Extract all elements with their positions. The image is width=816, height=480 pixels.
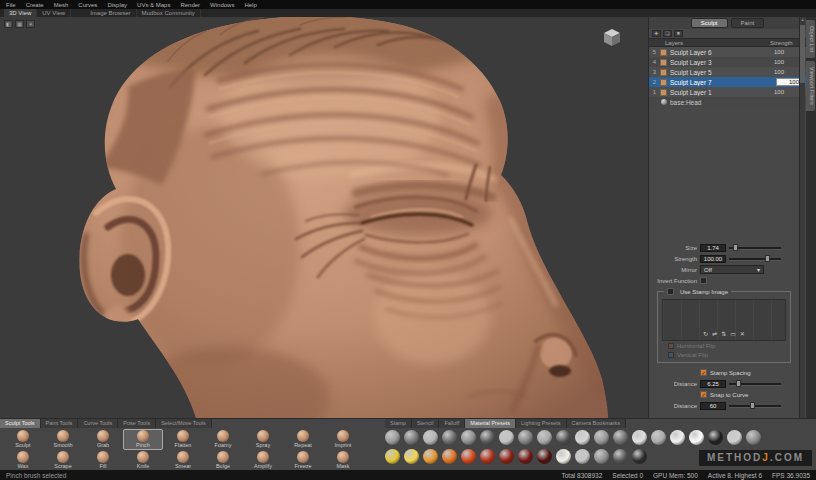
tab-stamp[interactable]: Stamp (385, 419, 412, 428)
menu-windows[interactable]: Windows (210, 2, 234, 8)
tab-select-move-tools[interactable]: Select/Move Tools (156, 419, 212, 428)
add-layer-icon[interactable]: ✚ (652, 30, 661, 37)
size-slider[interactable] (729, 243, 781, 252)
snap-distance-slider[interactable] (729, 401, 781, 410)
stamp-swatch[interactable] (746, 430, 761, 445)
side-tab-object-list[interactable]: Object List (806, 20, 815, 58)
flip-horizontal-icon[interactable]: ⇄ (712, 330, 717, 337)
stamp-swatch[interactable] (651, 430, 666, 445)
spacing-distance-field[interactable]: 6.25 (700, 380, 726, 388)
stamp-swatch[interactable] (537, 430, 552, 445)
menu-file[interactable]: File (6, 2, 16, 8)
tool-fill[interactable]: Fill (83, 450, 123, 471)
material-swatch[interactable] (556, 449, 571, 464)
tab-image-browser[interactable]: Image Browser (85, 9, 136, 17)
size-value-field[interactable]: 1.74 (700, 244, 726, 252)
flip-vertical-icon[interactable]: ⇅ (721, 330, 726, 337)
spacing-distance-slider[interactable] (729, 379, 781, 388)
tab-mudbox-community[interactable]: Mudbox Community (137, 9, 201, 17)
material-swatch[interactable] (442, 449, 457, 464)
stamp-swatch[interactable] (632, 430, 647, 445)
layer-row[interactable]: 1Sculpt Layer 1100 (649, 87, 806, 97)
tool-pinch[interactable]: Pinch (123, 429, 163, 450)
delete-layer-icon[interactable]: ✖ (674, 30, 683, 37)
use-stamp-image-checkbox[interactable] (667, 288, 674, 295)
tool-grab[interactable]: Grab (83, 429, 123, 450)
material-swatch[interactable] (385, 449, 400, 464)
view-mode-icon[interactable]: ◧ (4, 20, 13, 28)
stamp-swatch[interactable] (556, 430, 571, 445)
tab-uv-view[interactable]: UV View (37, 9, 71, 17)
material-swatch[interactable] (613, 449, 628, 464)
stamp-swatch[interactable] (613, 430, 628, 445)
layer-row[interactable]: 2Sculpt Layer 7100 (649, 77, 806, 87)
material-swatch[interactable] (404, 449, 419, 464)
scroll-up-icon[interactable]: ▲ (800, 17, 805, 22)
menu-curves[interactable]: Curves (78, 2, 97, 8)
menu-mesh[interactable]: Mesh (54, 2, 69, 8)
tab-paint-tools[interactable]: Paint Tools (41, 419, 79, 428)
duplicate-layer-icon[interactable]: ❏ (663, 30, 672, 37)
tool-sculpt[interactable]: Sculpt (3, 429, 43, 450)
stamp-swatch[interactable] (670, 430, 685, 445)
stamp-swatch[interactable] (575, 430, 590, 445)
clear-stamp-icon[interactable]: ✕ (740, 330, 745, 337)
tool-mask[interactable]: Mask (323, 450, 363, 471)
panel-scrollbar[interactable]: ▲ ▼ (799, 17, 805, 470)
tab-curve-tools[interactable]: Curve Tools (78, 419, 118, 428)
tab-3d-view[interactable]: 3D View (4, 9, 37, 17)
stamp-swatch[interactable] (727, 430, 742, 445)
tool-smooth[interactable]: Smooth (43, 429, 83, 450)
grid-icon[interactable]: ▦ (15, 20, 24, 28)
tool-imprint[interactable]: Imprint (323, 429, 363, 450)
light-icon[interactable]: ✳ (26, 20, 35, 28)
stamp-swatch[interactable] (461, 430, 476, 445)
strength-slider[interactable] (729, 254, 781, 263)
tool-knife[interactable]: Knife (123, 450, 163, 471)
stamp-swatch[interactable] (594, 430, 609, 445)
side-tab-viewport-filters[interactable]: Viewport Filters (806, 61, 815, 111)
tool-foamy[interactable]: Foamy (203, 429, 243, 450)
tool-scrape[interactable]: Scrape (43, 450, 83, 471)
stamp-swatch[interactable] (385, 430, 400, 445)
tool-freeze[interactable]: Freeze (283, 450, 323, 471)
tab-falloff[interactable]: Falloff (439, 419, 465, 428)
tab-stencil[interactable]: Stencil (412, 419, 440, 428)
strength-value-field[interactable]: 100.00 (700, 255, 726, 263)
tab-pose-tools[interactable]: Pose Tools (118, 419, 156, 428)
tool-flatten[interactable]: Flatten (163, 429, 203, 450)
material-swatch[interactable] (594, 449, 609, 464)
layer-row[interactable]: 3Sculpt Layer 5100 (649, 67, 806, 77)
stamp-spacing-checkbox[interactable]: ✓ (700, 369, 707, 376)
tool-amplify[interactable]: Amplify (243, 450, 283, 471)
stamp-swatch[interactable] (404, 430, 419, 445)
menu-display[interactable]: Display (107, 2, 127, 8)
material-swatch[interactable] (461, 449, 476, 464)
snap-distance-field[interactable]: 60 (700, 402, 726, 410)
stamp-swatch[interactable] (442, 430, 457, 445)
viewport-3d[interactable]: ◧▦✳ (0, 17, 648, 418)
tab-camera-bookmarks[interactable]: Camera Bookmarks (567, 419, 627, 428)
tool-repeat[interactable]: Repeat (283, 429, 323, 450)
layer-row[interactable]: 5Sculpt Layer 6100 (649, 47, 806, 57)
tab-sculpt-tools[interactable]: Sculpt Tools (0, 419, 41, 428)
stamp-swatch[interactable] (423, 430, 438, 445)
menu-help[interactable]: Help (244, 2, 256, 8)
menu-uvs-maps[interactable]: UVs & Maps (137, 2, 170, 8)
tool-bulge[interactable]: Bulge (203, 450, 243, 471)
material-swatch[interactable] (537, 449, 552, 464)
navigation-cube[interactable] (600, 25, 624, 49)
tab-paint[interactable]: Paint (731, 18, 765, 28)
scrollbar-thumb[interactable] (800, 25, 805, 83)
rotate-stamp-icon[interactable]: ↻ (703, 330, 708, 337)
snap-to-curve-checkbox[interactable]: ✓ (700, 391, 707, 398)
stamp-swatch[interactable] (480, 430, 495, 445)
invert-function-checkbox[interactable] (700, 277, 707, 284)
tool-smear[interactable]: Smear (163, 450, 203, 471)
stamp-swatch[interactable] (708, 430, 723, 445)
tab-sculpt[interactable]: Sculpt (691, 18, 728, 28)
material-swatch[interactable] (632, 449, 647, 464)
tab-material-presets[interactable]: Material Presets (465, 419, 516, 428)
menu-render[interactable]: Render (180, 2, 200, 8)
material-swatch[interactable] (423, 449, 438, 464)
